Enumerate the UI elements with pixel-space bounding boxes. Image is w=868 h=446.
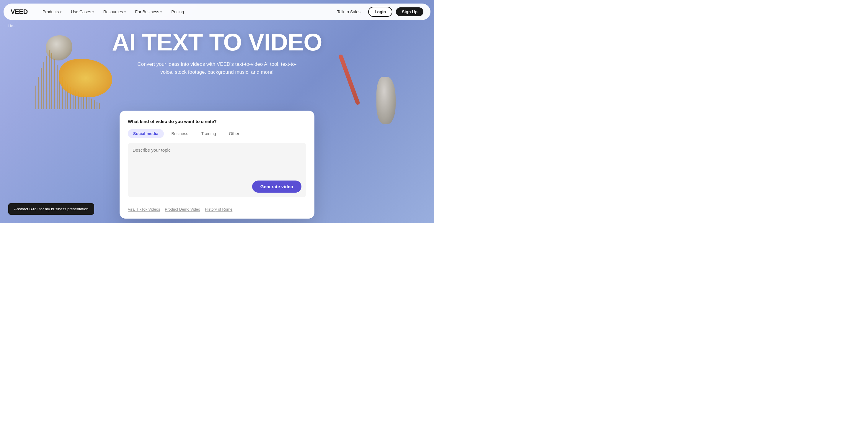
card-question: What kind of video do you want to create… [128, 119, 306, 124]
nav-products-label: Products [42, 9, 59, 14]
breadcrumb: Ho... [8, 24, 16, 28]
nav-item-use-cases[interactable]: Use Cases ▾ [67, 8, 98, 16]
suggestion-history-rome[interactable]: History of Rome [205, 207, 232, 211]
hero-section: AI TEXT TO VIDEO Convert your ideas into… [0, 30, 434, 85]
login-button[interactable]: Login [368, 7, 392, 17]
nav-business-label: For Business [135, 9, 159, 14]
tab-training[interactable]: Training [196, 129, 221, 138]
video-creation-card: What kind of video do you want to create… [120, 111, 314, 218]
nav-item-pricing[interactable]: Pricing [167, 8, 188, 16]
signup-button[interactable]: Sign Up [396, 7, 423, 16]
nav-products-chevron: ▾ [60, 10, 61, 13]
suggestion-tiktok[interactable]: Viral TikTok Videos [128, 207, 160, 211]
nav-resources-label: Resources [103, 9, 123, 14]
generate-button[interactable]: Generate video [252, 180, 302, 193]
nav-item-resources[interactable]: Resources ▾ [99, 8, 130, 16]
tab-social-media[interactable]: Social media [128, 129, 164, 138]
nav-item-for-business[interactable]: For Business ▾ [131, 8, 166, 16]
toast-notification: Abstract B-roll for my business presenta… [8, 203, 94, 215]
card-suggestions: Viral TikTok Videos Product Demo Video H… [128, 202, 306, 211]
nav-business-chevron: ▾ [160, 10, 162, 13]
nav-right: Talk to Sales Login Sign Up [333, 7, 423, 17]
card-textarea-container: Generate video [128, 143, 306, 197]
nav-pricing-label: Pricing [171, 9, 184, 14]
nav-usecases-label: Use Cases [71, 9, 91, 14]
card-tabs: Social media Business Training Other [128, 129, 306, 138]
tab-other[interactable]: Other [223, 129, 244, 138]
topic-textarea[interactable] [132, 147, 302, 177]
nav-links: Products ▾ Use Cases ▾ Resources ▾ For B… [38, 8, 333, 16]
tab-business[interactable]: Business [166, 129, 194, 138]
navbar: VEED Products ▾ Use Cases ▾ Resources ▾ … [4, 4, 430, 20]
hero-subtitle: Convert your ideas into videos with VEED… [134, 60, 300, 76]
logo[interactable]: VEED [11, 8, 28, 15]
hero-title: AI TEXT TO VIDEO [0, 30, 434, 55]
nav-resources-chevron: ▾ [124, 10, 126, 13]
suggestion-product-demo[interactable]: Product Demo Video [165, 207, 200, 211]
nav-item-products[interactable]: Products ▾ [38, 8, 66, 16]
talk-to-sales-link[interactable]: Talk to Sales [333, 8, 365, 16]
nav-usecases-chevron: ▾ [92, 10, 94, 13]
generate-row: Generate video [132, 180, 302, 193]
